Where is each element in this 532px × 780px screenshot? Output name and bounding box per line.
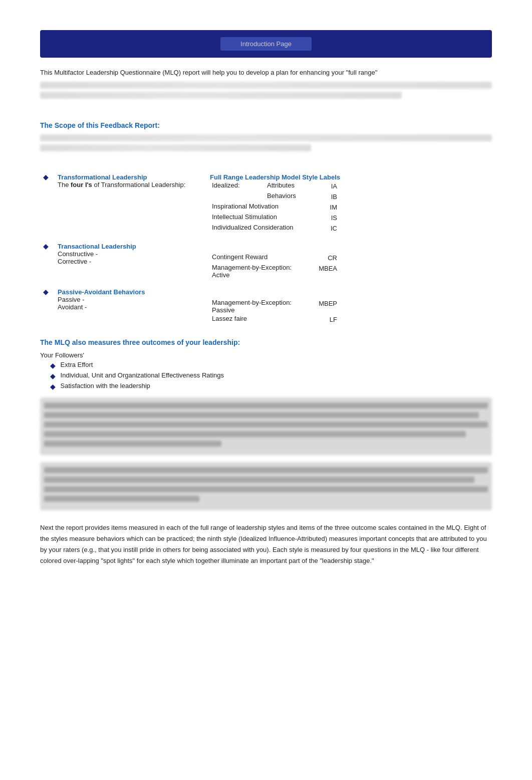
model-row-ic: Individualized Consideration IC [210, 223, 342, 234]
cr-label: Contingent Reward [210, 253, 312, 263]
mbep-label: Management-by-Exception: Passive [210, 298, 312, 314]
row-ib-col1 [210, 191, 265, 202]
row-is-code: IS [317, 213, 342, 223]
mbep-code: MBEP [312, 298, 342, 314]
outcomes-section: The MLQ also measures three outcomes of … [40, 338, 492, 391]
bullet-outcome-2: ◆ [50, 372, 59, 380]
bullet-passive: ◆ [43, 288, 52, 296]
model-title: Full Range Leadership Model Style Labels [210, 173, 342, 181]
avoidant-label: Avoidant - [58, 303, 202, 311]
followers-label: Your Followers' [40, 351, 492, 359]
row-ic-code: IC [317, 223, 342, 234]
lf-code: LF [312, 314, 342, 325]
bullet-transactional: ◆ [43, 242, 52, 250]
blurred-scope-1 [40, 134, 492, 141]
outcome-item-2: ◆ Individual, Unit and Organizational Ef… [50, 371, 492, 380]
model-row-ia: Idealized: Attributes IA [210, 181, 342, 191]
passive-label: Passive - [58, 296, 202, 303]
blurred-line-1 [40, 82, 492, 89]
cr-code: CR [312, 253, 342, 263]
transformational-subtitle: The four I's of Transformational Leaders… [58, 181, 202, 188]
row-im-label: Inspirational Motivation [210, 202, 317, 213]
outcome-item-3: ◆ Satisfaction with the leadership [50, 382, 492, 391]
row-ic-label: Individualized Consideration [210, 223, 317, 234]
model-row-im: Inspirational Motivation IM [210, 202, 342, 213]
passive-title: Passive-Avoidant Behaviors [58, 288, 202, 296]
outcome-label-2: Individual, Unit and Organizational Effe… [59, 371, 224, 379]
transactional-detail: Contingent Reward CR Management-by-Excep… [210, 253, 342, 279]
leadership-table: ◆ Transformational Leadership The four I… [40, 172, 492, 326]
transactional-row: ◆ Transactional Leadership Constructive … [40, 241, 492, 281]
header-bar: Introduction Page [40, 30, 492, 58]
passive-mbep-row: Management-by-Exception: Passive MBEP [210, 298, 342, 314]
lf-label: Lassez faire [210, 314, 312, 325]
blurred-paragraph-1 [40, 398, 492, 455]
outcomes-title: The MLQ also measures three outcomes of … [40, 338, 492, 346]
row-ia-col2: Attributes [265, 181, 317, 191]
model-row-ib: Behaviors IB [210, 191, 342, 202]
row-im-code: IM [317, 202, 342, 213]
row-ib-code: IB [317, 191, 342, 202]
model-rows: Idealized: Attributes IA Behaviors IB In… [210, 181, 342, 234]
blurred-line-2 [40, 92, 402, 99]
row-is-label: Intellectual Stimulation [210, 213, 317, 223]
header-label: Introduction Page [240, 40, 292, 48]
footer-paragraph: Next the report provides items measured … [40, 522, 492, 566]
transactional-title: Transactional Leadership [58, 243, 202, 250]
passive-lf-row: Lassez faire LF [210, 314, 342, 325]
row-ia-col1: Idealized: [210, 181, 265, 191]
bullet-transformational: ◆ [43, 173, 52, 181]
blurred-scope-2 [40, 144, 311, 151]
transformational-title: Transformational Leadership [58, 173, 202, 181]
row-ia-code: IA [317, 181, 342, 191]
outcome-label-1: Extra Effort [59, 361, 93, 368]
bullet-outcome-1: ◆ [50, 361, 59, 369]
model-row-is: Intellectual Stimulation IS [210, 213, 342, 223]
passive-avoidant-row: ◆ Passive-Avoidant Behaviors Passive - A… [40, 287, 492, 326]
transformational-row: ◆ Transformational Leadership The four I… [40, 172, 492, 235]
intro-text: This Multifactor Leadership Questionnair… [40, 68, 492, 78]
transactional-corrective: Corrective - [58, 258, 202, 265]
blurred-paragraph-2 [40, 462, 492, 510]
transactional-mbea-row: Management-by-Exception: Active MBEA [210, 263, 342, 279]
mbea-code: MBEA [312, 263, 342, 279]
transactional-cr-row: Contingent Reward CR [210, 253, 342, 263]
outcome-item-1: ◆ Extra Effort [50, 361, 492, 369]
transactional-constructive: Constructive - [58, 250, 202, 258]
passive-detail: Management-by-Exception: Passive MBEP La… [210, 298, 342, 325]
header-bar-inner: Introduction Page [220, 37, 312, 51]
row-ib-col2: Behaviors [265, 191, 317, 202]
scope-title: The Scope of this Feedback Report: [40, 121, 492, 129]
outcomes-list: ◆ Extra Effort ◆ Individual, Unit and Or… [50, 361, 492, 391]
bullet-outcome-3: ◆ [50, 382, 59, 391]
mbea-label: Management-by-Exception: Active [210, 263, 312, 279]
outcome-label-3: Satisfaction with the leadership [59, 382, 150, 389]
